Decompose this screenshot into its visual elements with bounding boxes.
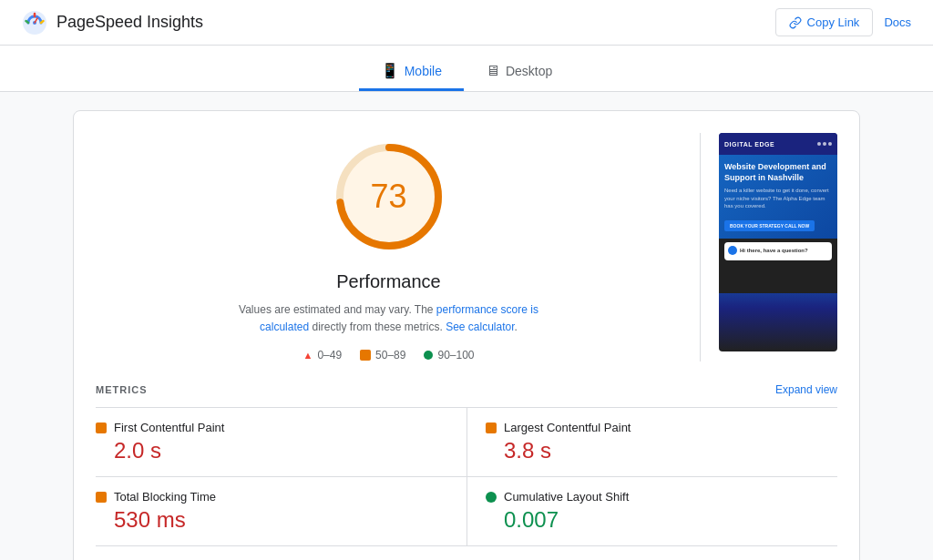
docs-link[interactable]: Docs (884, 15, 911, 29)
metric-lcp: Largest Contentful Paint 3.8 s (466, 408, 837, 477)
metrics-grid: First Contentful Paint 2.0 s Largest Con… (96, 407, 837, 560)
metric-tbt: Total Blocking Time 530 ms (96, 477, 466, 546)
screenshot-bottom: Hi there, have a question? (719, 239, 837, 293)
metric-cls-dot (486, 492, 497, 503)
screenshot-topbar: DIGITAL EDGE (719, 133, 837, 155)
screenshot-hero-text: Need a killer website to get it done, co… (724, 187, 832, 209)
screenshot-chat-header: Hi there, have a question? (728, 246, 828, 255)
screenshot-chat-name: Hi there, have a question? (740, 248, 808, 253)
metric-fcp-dot (96, 423, 107, 433)
legend-green: 90–100 (424, 349, 474, 361)
legend-orange: 50–89 (360, 349, 405, 361)
page-screenshot: DIGITAL EDGE Website Development and Sup… (719, 133, 837, 351)
header-right: Copy Link Docs (775, 8, 911, 36)
metric-cls-name: Cumulative Layout Shift (504, 490, 629, 504)
metric-lcp-value: 3.8 s (486, 438, 819, 463)
legend-orange-range: 50–89 (375, 349, 405, 361)
tab-desktop[interactable]: 🖥 Desktop (464, 53, 574, 91)
screenshot-avatar (728, 246, 737, 255)
calc-link[interactable]: See calculator (446, 321, 514, 333)
desc-end: . (515, 321, 518, 333)
legend-green-icon (424, 351, 433, 360)
metrics-header: METRICS Expand view (96, 383, 837, 396)
performance-gauge: 73 (325, 133, 453, 260)
metric-si: Speed Index 3.0 s (96, 546, 466, 560)
copy-link-button[interactable]: Copy Link (775, 8, 874, 36)
link-icon (789, 16, 802, 29)
metric-tbt-name: Total Blocking Time (114, 490, 216, 504)
dot-3 (828, 142, 832, 146)
screenshot-cta-button: BOOK YOUR STRATEGY CALL NOW (724, 220, 815, 231)
header: PageSpeed Insights Copy Link Docs (0, 0, 933, 46)
desc-text-2: directly from these metrics. (309, 321, 446, 333)
performance-label: Performance (336, 271, 441, 292)
mobile-icon: 📱 (381, 62, 399, 79)
metric-cls-value: 0.007 (486, 507, 819, 533)
score-divider (700, 133, 701, 361)
header-left: PageSpeed Insights (22, 10, 203, 36)
main-content: 73 Performance Values are estimated and … (0, 92, 933, 560)
copy-link-label: Copy Link (807, 15, 860, 29)
performance-description: Values are estimated and may vary. The p… (234, 301, 544, 336)
metric-lcp-name-row: Largest Contentful Paint (486, 421, 819, 434)
score-section: 73 Performance Values are estimated and … (96, 133, 837, 361)
screenshot-chat: Hi there, have a question? (724, 242, 832, 260)
screenshot-mock: DIGITAL EDGE Website Development and Sup… (719, 133, 837, 351)
score-left: 73 Performance Values are estimated and … (96, 133, 682, 361)
dot-1 (817, 142, 821, 146)
metric-lcp-dot (486, 423, 497, 433)
metric-fcp-value: 2.0 s (96, 438, 439, 463)
metrics-section-label: METRICS (96, 384, 148, 395)
legend-green-range: 90–100 (437, 349, 474, 361)
tabs-bar: 📱 Mobile 🖥 Desktop (0, 46, 933, 92)
legend-triangle-icon: ▲ (302, 350, 313, 361)
pagespeed-logo (22, 10, 47, 36)
legend-orange-icon (360, 350, 371, 361)
expand-view-link[interactable]: Expand view (775, 383, 837, 396)
metric-tbt-name-row: Total Blocking Time (96, 490, 439, 504)
results-card: 73 Performance Values are estimated and … (73, 110, 860, 560)
desktop-icon: 🖥 (486, 63, 500, 79)
app-title: PageSpeed Insights (56, 13, 203, 32)
dot-2 (823, 142, 826, 146)
metric-cls: Cumulative Layout Shift 0.007 (466, 477, 837, 546)
screenshot-menu-dots (817, 142, 832, 146)
legend-red-range: 0–49 (317, 349, 342, 361)
legend-red: ▲ 0–49 (302, 349, 342, 361)
screenshot-hero: Website Development and Support in Nashv… (719, 155, 837, 239)
tab-desktop-label: Desktop (506, 64, 552, 78)
metric-cls-name-row: Cumulative Layout Shift (486, 490, 819, 504)
tab-mobile[interactable]: 📱 Mobile (359, 53, 464, 91)
metric-fcp-name: First Contentful Paint (114, 421, 224, 434)
score-value: 73 (370, 178, 406, 216)
metric-tbt-dot (96, 492, 107, 503)
metric-fcp: First Contentful Paint 2.0 s (96, 408, 466, 477)
screenshot-logo: DIGITAL EDGE (724, 141, 774, 148)
metric-tbt-value: 530 ms (96, 507, 439, 533)
metric-fcp-name-row: First Contentful Paint (96, 421, 439, 434)
desc-text-1: Values are estimated and may vary. The (239, 303, 436, 316)
tab-mobile-label: Mobile (405, 64, 442, 78)
score-legend: ▲ 0–49 50–89 90–100 (302, 349, 474, 361)
metric-lcp-name: Largest Contentful Paint (504, 421, 631, 434)
screenshot-hero-title: Website Development and Support in Nashv… (724, 162, 832, 183)
